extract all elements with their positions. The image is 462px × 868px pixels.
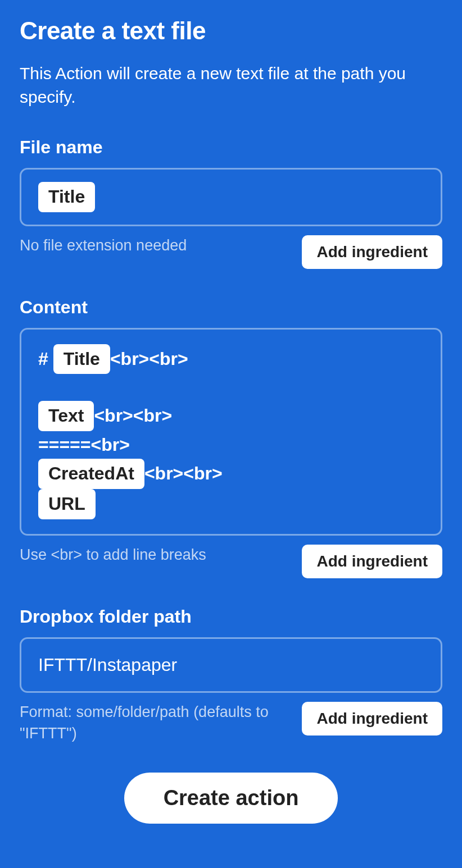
folder-field-group: Dropbox folder path IFTTT/Instapaper For… (20, 606, 442, 744)
filename-field-group: File name Title No file extension needed… (20, 137, 442, 269)
content-text: # (38, 349, 53, 369)
add-ingredient-button-filename[interactable]: Add ingredient (302, 235, 442, 269)
folder-label: Dropbox folder path (20, 606, 442, 627)
content-text: =====<br> (38, 435, 130, 455)
ingredient-chip-createdat[interactable]: CreatedAt (38, 459, 144, 489)
ingredient-chip-text[interactable]: Text (38, 401, 94, 431)
ingredient-chip-title[interactable]: Title (38, 182, 95, 212)
folder-value: IFTTT/Instapaper (38, 651, 177, 679)
content-text: <br><br> (94, 405, 172, 426)
add-ingredient-button-content[interactable]: Add ingredient (302, 545, 442, 578)
folder-input[interactable]: IFTTT/Instapaper (20, 637, 442, 693)
filename-hint: No file extension needed (20, 235, 291, 257)
page-description: This Action will create a new text file … (20, 62, 442, 109)
content-label: Content (20, 297, 442, 318)
page-title: Create a text file (20, 17, 442, 45)
content-text: <br><br> (110, 349, 188, 369)
create-action-button[interactable]: Create action (124, 773, 338, 824)
ingredient-chip-title[interactable]: Title (53, 344, 110, 374)
folder-hint: Format: some/folder/path (defaults to "I… (20, 702, 291, 744)
add-ingredient-button-folder[interactable]: Add ingredient (302, 702, 442, 735)
content-hint: Use <br> to add line breaks (20, 545, 291, 566)
filename-input[interactable]: Title (20, 168, 442, 226)
content-text: <br><br> (144, 463, 223, 483)
content-field-group: Content # Title<br><br> Text<br><br> ===… (20, 297, 442, 578)
ingredient-chip-url[interactable]: URL (38, 489, 96, 519)
filename-label: File name (20, 137, 442, 158)
content-input[interactable]: # Title<br><br> Text<br><br> =====<br> C… (20, 328, 442, 536)
